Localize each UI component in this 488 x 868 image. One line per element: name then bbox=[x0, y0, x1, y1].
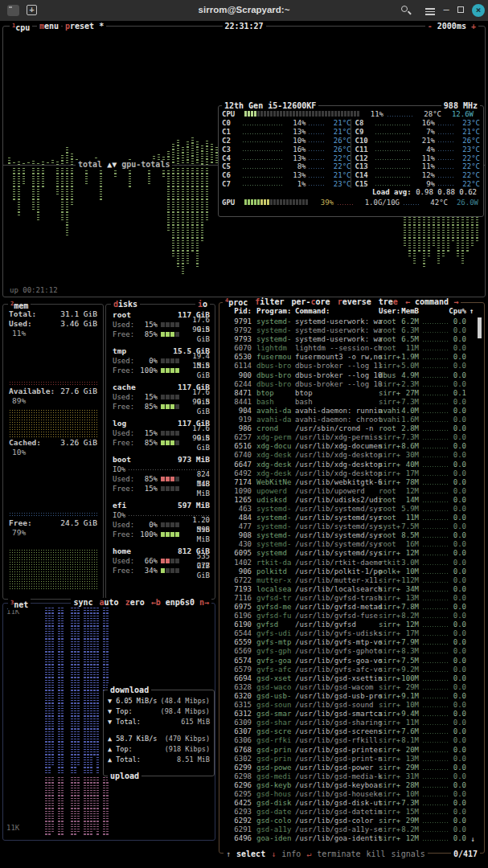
maximize-button[interactable] bbox=[454, 4, 467, 17]
process-row[interactable]: 904avahi-daavahi-daemon: runninavahi4.0M… bbox=[219, 407, 484, 416]
process-row[interactable]: 6579gvfs-afc/usr/lib/gvfs-afc-vosirr+9.2… bbox=[219, 665, 484, 674]
preset-button[interactable]: preset * bbox=[63, 21, 106, 31]
process-row[interactable]: 6530fusermoufusermount3 -o rw,nosirr+1.9… bbox=[219, 353, 484, 362]
gpu-temp: 42°C bbox=[424, 198, 448, 207]
scrollbar-thumb[interactable] bbox=[478, 317, 482, 338]
process-row[interactable]: 986crond/usr/sbin/crond -nroot2.8M0.0 bbox=[219, 424, 484, 433]
mem-entry: Available:27.6 GiB bbox=[9, 387, 97, 396]
process-row[interactable]: 6722mutter-x/usr/lib/mutter-x11-sirr+112… bbox=[219, 576, 484, 585]
process-row[interactable]: 919avahi-daavahi-daemon: chrootavahi1.6M… bbox=[219, 416, 484, 424]
process-row[interactable]: 6312gsd-smar/usr/lib/gsd-smartcasirr+9.4… bbox=[219, 710, 484, 719]
process-row[interactable]: 6496goa-iden/usr/lib/goa-identitsirr+12M… bbox=[219, 834, 484, 843]
signals-action[interactable]: signals bbox=[392, 850, 425, 858]
select-down-key[interactable]: ↓ bbox=[271, 850, 276, 858]
process-row[interactable]: 6694gsd-xset/usr/lib/gsd-xsettinsirr+100… bbox=[219, 674, 484, 683]
process-row[interactable]: 6516xdg-docu/usr/lib/xdg-documensirr+8.6… bbox=[219, 442, 484, 451]
process-row[interactable]: 7116gvfsd-tr/usr/lib/gvfsd-trashsirr+13M… bbox=[219, 594, 484, 603]
process-row[interactable]: 6196gvfsd-fu/usr/lib/gvfsd-fusesirr+8.2M… bbox=[219, 612, 484, 620]
process-row[interactable]: 6291gsd-a11y/usr/lib/gsd-a11y-sesirr+8.2… bbox=[219, 825, 484, 834]
disk-list: root117 GiBUsed:15%17.6 GiBFree:85%99.5 … bbox=[113, 310, 210, 575]
select-action[interactable]: select bbox=[236, 850, 265, 858]
process-row[interactable]: 8471btopbtopsirr+27M0.1 bbox=[219, 389, 484, 398]
process-row[interactable]: 6114dbus-brodbus-broker --log 11sirr+5.0… bbox=[219, 362, 484, 371]
disks-tab[interactable]: disks bbox=[111, 299, 140, 309]
net-tab[interactable]: 3net bbox=[8, 598, 31, 610]
process-row[interactable]: 1090upowerd/usr/lib/upowerdroot12M0.0 bbox=[219, 487, 484, 496]
process-row[interactable]: 484systemd-/usr/lib/systemd/sysroot11M0.… bbox=[219, 514, 484, 522]
process-row[interactable]: 1265udisksd/usr/lib/udisks2/udiroot14M0.… bbox=[219, 496, 484, 505]
process-row[interactable]: 6647xdg-desk/usr/lib/xdg-desktopsirr+40M… bbox=[219, 461, 484, 469]
select-up-key[interactable]: ↑ bbox=[226, 850, 231, 858]
process-row[interactable]: 477systemd-/usr/lib/systemd/syssyst+7.5M… bbox=[219, 522, 484, 531]
process-row[interactable]: 6298gsd-medi/usr/lib/gsd-media-ksirr+31M… bbox=[219, 772, 484, 781]
process-row[interactable]: 7174WebKitNe/usr/lib/webkitgtk-6sirr+78M… bbox=[219, 478, 484, 487]
mem-tab[interactable]: 2mem bbox=[8, 299, 31, 311]
process-row[interactable]: 6309gsd-shar/usr/lib/gsd-sharingsirr+11M… bbox=[219, 719, 484, 727]
zero-button[interactable]: zero bbox=[125, 598, 145, 607]
io-mode-button[interactable]: io bbox=[195, 299, 210, 309]
per-core-button[interactable]: per-core bbox=[291, 297, 330, 307]
process-row[interactable]: 6559gvfs-mtp/usr/lib/gvfs-mtp-vosirr+7.9… bbox=[219, 638, 484, 647]
process-row[interactable]: 6544gvfs-udi/usr/lib/gvfs-udiskssirr+17M… bbox=[219, 629, 484, 638]
hamburger-menu-icon[interactable] bbox=[424, 4, 437, 17]
info-action[interactable]: info bbox=[281, 850, 301, 858]
process-row[interactable]: 906polkitd/usr/lib/polkit-1/popolk+10M0.… bbox=[219, 567, 484, 576]
gpu-usage-row: GPU 39% 1.0G/10G 42°C 26.0W bbox=[222, 197, 480, 207]
process-row[interactable]: 6425gsd-disk/usr/lib/gsd-disk-utsirr+7.3… bbox=[219, 799, 484, 808]
process-row[interactable]: 1402rtkit-da/usr/lib/rtkit-daemortkit3.0… bbox=[219, 559, 484, 567]
process-row[interactable]: 6244dbus-brodbus-broker --log 10sirr+2.3… bbox=[219, 380, 484, 389]
enter-key[interactable]: ↵ bbox=[306, 850, 311, 858]
search-icon[interactable] bbox=[400, 4, 412, 17]
process-row[interactable]: 6328gsd-waco/usr/lib/gsd-wacomsirr+29M0.… bbox=[219, 683, 484, 692]
process-row[interactable]: 9792systemd-systemd-userwork: waroot6.3M… bbox=[219, 326, 484, 335]
process-row[interactable]: 6740xdg-desk/usr/lib/xdg-desktopsirr+30M… bbox=[219, 451, 484, 460]
process-row[interactable]: 6292gsd-colo/usr/lib/gsd-colorsirr+29M0.… bbox=[219, 817, 484, 825]
process-row[interactable]: 908systemd-/usr/lib/systemd/sysroot8.5M0… bbox=[219, 531, 484, 540]
process-row[interactable]: 6296gsd-keyb/usr/lib/gsd-keyboarsirr+28M… bbox=[219, 781, 484, 790]
process-row[interactable]: 6975gvfsd-me/usr/lib/gvfsd-metadsirr+7.8… bbox=[219, 603, 484, 612]
process-row[interactable]: 6190gvfsd/usr/lib/gvfsdsirr+12M0.0 bbox=[219, 620, 484, 629]
auto-button[interactable]: auto bbox=[100, 598, 119, 607]
process-row[interactable]: 6257xdg-perm/usr/lib/xdg-permisssirr+7.3… bbox=[219, 433, 484, 442]
cpu-model-label: 12th Gen i5-12600KF bbox=[222, 100, 318, 111]
reverse-button[interactable]: reverse bbox=[338, 297, 371, 307]
process-row[interactable]: 9793systemd-systemd-userwork: waroot6.5M… bbox=[219, 335, 484, 344]
kill-action[interactable]: kill bbox=[367, 850, 386, 858]
process-row[interactable]: 6306gsd-rfki/usr/lib/gsd-rfkillsirr+8.1M… bbox=[219, 736, 484, 745]
sync-button[interactable]: sync bbox=[73, 598, 92, 607]
process-row[interactable]: 6095systemd/usr/lib/systemd/syssirr+12M0… bbox=[219, 549, 484, 558]
process-row[interactable]: 900dbus-brodbus-broker --log 10dbus4.9M0… bbox=[219, 371, 484, 380]
process-row[interactable]: 6569gvfs-gph/usr/lib/gvfs-gphotosirr+8.3… bbox=[219, 647, 484, 656]
process-row[interactable]: 6492xdg-desk/usr/lib/xdg-desktopsirr+17M… bbox=[219, 469, 484, 478]
process-row[interactable]: 6302gsd-prin/usr/lib/gsd-print-nsirr+13M… bbox=[219, 755, 484, 764]
disk-entry: cache117 GiBUsed:15%17.6 GiBFree:85%99.5… bbox=[113, 383, 210, 411]
process-row[interactable]: 6574gvfs-goa/usr/lib/gvfs-goa-vosirr+7.5… bbox=[219, 657, 484, 665]
terminate-action[interactable]: terminate bbox=[317, 850, 360, 858]
process-row[interactable]: 8441bashbashsirr+7.3M0.0 bbox=[219, 398, 484, 407]
process-row[interactable]: 6768gsd-prin/usr/lib/gsd-printersirr+20M… bbox=[219, 746, 484, 755]
cpu-tab[interactable]: 1cpu bbox=[10, 21, 32, 33]
process-row[interactable]: 6070lightdmlightdm --session-chroot11M0.… bbox=[219, 344, 484, 353]
process-row[interactable]: 430systemd-/usr/lib/systemd/sysroot16M0.… bbox=[219, 540, 484, 549]
sort-column-header[interactable]: Cpu% bbox=[436, 307, 466, 315]
process-row[interactable]: 7193localsea/usr/lib/localsearchsirr+34M… bbox=[219, 585, 484, 594]
process-row[interactable]: 6293gsd-date/usr/lib/gsd-datetimsirr+15M… bbox=[219, 808, 484, 817]
process-row[interactable]: 6315gsd-soun/usr/lib/gsd-soundsirr+10M0.… bbox=[219, 701, 484, 710]
close-button[interactable]: × bbox=[472, 4, 485, 17]
filter-button[interactable]: filter bbox=[255, 297, 284, 307]
new-tab-icon[interactable]: + bbox=[27, 5, 37, 15]
proc-tab[interactable]: 4proc bbox=[225, 297, 248, 307]
process-row[interactable]: 6320gsd-usb-/usr/lib/gsd-usb-prosirr+9.1… bbox=[219, 692, 484, 701]
update-interval[interactable]: - 2000ms + bbox=[425, 21, 478, 31]
process-row[interactable]: 6307gsd-scre/usr/lib/gsd-screenssirr+7.6… bbox=[219, 727, 484, 736]
menu-button[interactable]: menu bbox=[37, 21, 61, 31]
process-row[interactable]: 9791systemd-systemd-userwork: waroot6.2M… bbox=[219, 317, 484, 326]
process-row[interactable]: 463systemd-/usr/lib/systemd/sysroot5.9M0… bbox=[219, 505, 484, 514]
process-row[interactable]: 6295gsd-hous/usr/lib/gsd-housekesirr+10M… bbox=[219, 790, 484, 799]
graph-mode-label[interactable]: total ▲▼ gpu-totals bbox=[76, 160, 172, 169]
tree-button[interactable]: tree bbox=[379, 297, 398, 307]
minimize-button[interactable]: – bbox=[440, 4, 453, 17]
process-row[interactable]: 6299gsd-powe/usr/lib/gsd-powersirr+29M0.… bbox=[219, 764, 484, 772]
sort-column-selector[interactable]: ← command → bbox=[405, 297, 458, 307]
interface-selector[interactable]: ←b enp6s0 n→ bbox=[151, 598, 209, 607]
